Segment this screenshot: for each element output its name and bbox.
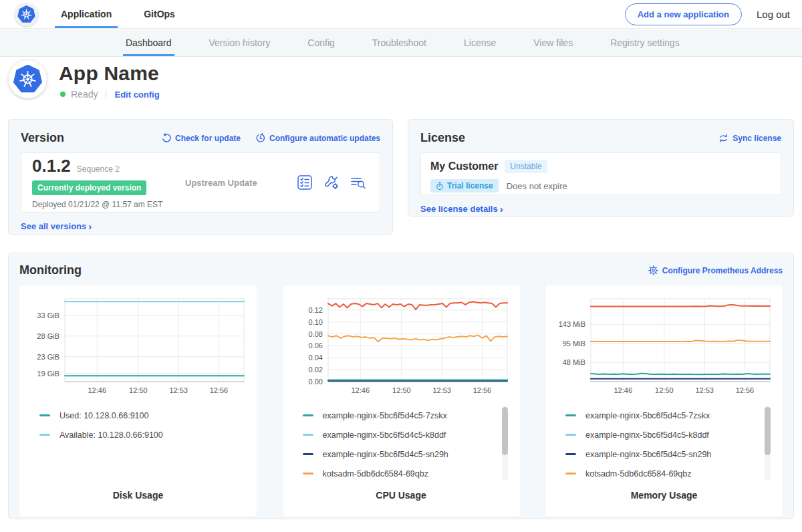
view-logs-icon[interactable] (350, 174, 366, 190)
status-label: Ready (71, 89, 98, 100)
memory-usage-chart-card: 48 MiB95 MiB143 MiB12:4612:5012:5312:56 … (545, 285, 783, 517)
legend-swatch (39, 414, 50, 416)
legend-scrollbar[interactable] (502, 406, 508, 481)
monitoring-title: Monitoring (19, 263, 82, 277)
legend-item: example-nginx-5bc6f5d4c5-k8ddf (303, 425, 513, 444)
chart-title: Memory Usage (552, 490, 776, 501)
config-wrench-icon[interactable] (323, 174, 340, 190)
app-avatar (9, 60, 47, 98)
svg-text:48 MiB: 48 MiB (563, 358, 585, 366)
status-dot-icon (60, 92, 65, 97)
cpu-usage-legend: example-nginx-5bc6f5d4c5-7zskxexample-ng… (289, 406, 513, 482)
disk-usage-chart-card: 19 GiB23 GiB28 GiB33 GiB12:4612:5012:531… (19, 285, 257, 517)
svg-text:0.04: 0.04 (308, 354, 322, 362)
legend-label: example-nginx-5bc6f5d4c5-sn29h (585, 450, 711, 459)
svg-text:12:53: 12:53 (432, 386, 451, 394)
cpu-usage-chart-card: 0.000.020.040.060.080.100.1212:4612:5012… (283, 285, 520, 517)
svg-text:0.06: 0.06 (308, 342, 322, 350)
chevron-right-icon: › (88, 221, 92, 232)
legend-swatch (303, 453, 313, 455)
gear-icon (648, 265, 658, 275)
monitoring-card: Monitoring Configure Prometheus Address (8, 253, 794, 519)
legend-scrollbar-thumb[interactable] (502, 407, 508, 455)
version-card-title: Version (21, 131, 64, 145)
top-nav-right: Add a new application Log out (625, 0, 790, 29)
divider (106, 90, 106, 99)
svg-text:0.00: 0.00 (308, 378, 322, 386)
svg-text:12:53: 12:53 (169, 386, 188, 394)
sync-license-link[interactable]: Sync license (718, 134, 781, 143)
helm-wheel-icon (19, 70, 37, 88)
tab-gitops[interactable]: GitOps (142, 0, 177, 28)
preflight-checks-icon[interactable] (297, 174, 313, 190)
subnav-dashboard[interactable]: Dashboard (126, 29, 172, 56)
svg-text:12:46: 12:46 (614, 386, 632, 394)
top-nav-tabs: Application GitOps (59, 0, 177, 28)
subnav-registry-settings[interactable]: Registry settings (610, 29, 679, 56)
add-new-application-button[interactable]: Add a new application (625, 3, 742, 25)
license-card-title: License (420, 131, 465, 145)
cpu-usage-chart: 0.000.020.040.060.080.100.1212:4612:5012… (289, 293, 512, 400)
legend-label: example-nginx-5bc6f5d4c5-7zskx (323, 411, 447, 420)
legend-item: example-nginx-5bc6f5d4c5-7zskx (565, 406, 776, 425)
customer-name: My Customer (430, 160, 498, 172)
legend-scrollbar[interactable] (765, 406, 771, 481)
edit-config-link[interactable]: Edit config (114, 90, 159, 100)
see-license-details-link[interactable]: See license details › (420, 203, 503, 215)
svg-text:0.12: 0.12 (308, 306, 322, 314)
legend-scrollbar-thumb[interactable] (765, 407, 771, 455)
subnav-version-history[interactable]: Version history (209, 29, 271, 56)
legend-item: example-nginx-5bc6f5d4c5-sn29h (565, 444, 776, 464)
svg-text:12:50: 12:50 (129, 386, 148, 394)
version-number: 0.1.2 (32, 156, 71, 176)
svg-text:12:50: 12:50 (392, 386, 411, 394)
app-header: App Name Ready Edit config (0, 57, 802, 114)
svg-text:12:46: 12:46 (351, 386, 370, 394)
subnav-config[interactable]: Config (307, 29, 334, 56)
chart-title: Disk Usage (26, 490, 250, 501)
version-card: Version Check for update Configure au (8, 119, 393, 235)
tab-application[interactable]: Application (59, 0, 114, 28)
top-nav: Application GitOps Add a new application… (0, 0, 802, 29)
logout-link[interactable]: Log out (757, 9, 790, 20)
license-card: License Sync license My Customer Unstabl… (408, 119, 794, 217)
subnav-view-files[interactable]: View files (533, 29, 573, 56)
legend-item: kotsadm-5db6dc6584-69qbz (303, 464, 513, 483)
disk-usage-legend: Used: 10.128.0.66:9100Available: 10.128.… (26, 406, 250, 482)
subnav-troubleshoot[interactable]: Troubleshoot (372, 29, 426, 56)
subnav-license[interactable]: License (464, 29, 496, 56)
clock-refresh-icon (255, 133, 265, 143)
check-for-update-link[interactable]: Check for update (161, 133, 241, 143)
kubernetes-logo-icon[interactable] (15, 3, 38, 26)
charts-row: 19 GiB23 GiB28 GiB33 GiB12:4612:5012:531… (19, 285, 783, 517)
chart-title: CPU Usage (289, 490, 513, 501)
app-status-row: Ready Edit config (60, 89, 160, 100)
legend-swatch (565, 473, 576, 475)
legend-item: kotsadm-5db6dc6584-69qbz (565, 464, 776, 483)
legend-label: example-nginx-5bc6f5d4c5-k8ddf (323, 430, 446, 440)
legend-swatch (303, 473, 313, 475)
svg-text:12:56: 12:56 (210, 386, 229, 394)
configure-prometheus-link[interactable]: Configure Prometheus Address (648, 265, 783, 275)
svg-text:12:46: 12:46 (88, 386, 106, 394)
svg-text:19 GiB: 19 GiB (37, 370, 59, 378)
legend-swatch (565, 434, 576, 436)
sequence-label: Sequence 2 (77, 164, 120, 174)
legend-item: Used: 10.128.0.66:9100 (39, 406, 250, 425)
legend-label: Available: 10.128.0.66:9100 (59, 430, 163, 440)
svg-text:28 GiB: 28 GiB (37, 332, 59, 340)
configure-automatic-updates-link[interactable]: Configure automatic updates (255, 133, 380, 143)
current-version-box: 0.1.2 Sequence 2 Currently deployed vers… (21, 152, 380, 213)
svg-text:12:53: 12:53 (695, 386, 714, 394)
see-all-versions-link[interactable]: See all versions › (21, 221, 92, 232)
page-title: App Name (59, 62, 159, 85)
svg-text:33 GiB: 33 GiB (37, 311, 59, 319)
svg-text:0.08: 0.08 (308, 330, 322, 338)
helm-wheel-icon (21, 9, 32, 20)
legend-label: example-nginx-5bc6f5d4c5-k8ddf (585, 430, 709, 440)
refresh-icon (161, 133, 171, 143)
svg-text:12:56: 12:56 (473, 386, 491, 394)
svg-text:95 MiB: 95 MiB (563, 340, 585, 348)
legend-item: example-nginx-5bc6f5d4c5-sn29h (303, 444, 513, 464)
svg-text:12:56: 12:56 (736, 386, 755, 394)
